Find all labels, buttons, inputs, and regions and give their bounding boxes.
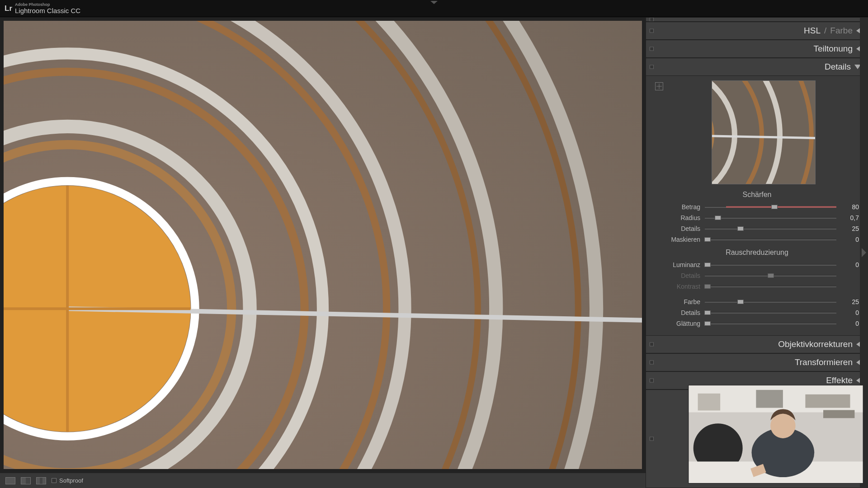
panel-header-details[interactable]: Details <box>646 58 868 76</box>
slider-smooth-label: Glättung <box>655 320 700 327</box>
softproof-toggle[interactable]: Softproof <box>52 477 83 484</box>
details-panel: Schärfen Betrag 80 Radius 0,7 D <box>646 76 868 335</box>
svg-rect-28 <box>805 394 850 408</box>
sharpen-title: Schärfen <box>655 191 859 199</box>
panel-title-transform: Transformieren <box>795 357 853 367</box>
detail-preview[interactable] <box>712 80 816 184</box>
slider-amount-track[interactable] <box>705 204 836 210</box>
slider-color-details-label: Details <box>655 309 700 316</box>
softproof-checkbox[interactable] <box>52 478 57 483</box>
svg-rect-29 <box>823 410 854 418</box>
slider-lum-details-label: Details <box>655 272 700 279</box>
slider-color-details-track[interactable] <box>705 310 836 316</box>
slider-lum-details-track <box>705 272 836 279</box>
slider-amount-label: Betrag <box>655 203 700 211</box>
slider-lum-contrast-label: Kontrast <box>655 283 700 290</box>
softproof-label: Softproof <box>59 477 83 484</box>
slider-mask-track[interactable] <box>705 236 836 243</box>
panel-title-lens: Objektivkorrekturen <box>778 339 853 349</box>
slider-amount-value[interactable]: 80 <box>841 203 859 211</box>
slider-mask: Maskieren 0 <box>655 234 859 245</box>
logo-short: Lr <box>5 4 12 13</box>
slider-luminance-track[interactable] <box>705 262 836 268</box>
slider-mask-value[interactable]: 0 <box>841 236 859 243</box>
slider-detail: Details 25 <box>655 223 859 234</box>
slider-lum-contrast: Kontrast <box>655 281 859 292</box>
slider-color-label: Farbe <box>655 298 700 305</box>
detail-target-icon[interactable] <box>655 82 663 90</box>
panel-title-hsl-sep: / <box>824 26 826 36</box>
panel-title-effects: Effekte <box>826 375 853 385</box>
slider-color-value[interactable]: 25 <box>841 298 859 305</box>
slider-radius-track[interactable] <box>705 215 836 221</box>
view-mode-survey-icon[interactable] <box>36 477 46 484</box>
slider-color-details-value[interactable]: 0 <box>841 309 859 316</box>
panel-toggle-dot[interactable] <box>650 47 654 51</box>
panel-header-hsl[interactable]: HSL / Farbe <box>646 22 868 40</box>
panel-toggle-dot[interactable] <box>650 437 654 441</box>
slider-detail-track[interactable] <box>705 225 836 232</box>
bottom-toolbar: Softproof <box>0 473 646 488</box>
slider-smooth-track[interactable] <box>705 320 836 327</box>
slider-radius-label: Radius <box>655 214 700 221</box>
panel-toggle-dot[interactable] <box>650 343 654 347</box>
panel-title-details: Details <box>825 62 851 72</box>
panel-toggle-dot[interactable] <box>650 18 654 22</box>
slider-luminance-value[interactable]: 0 <box>841 261 859 268</box>
logo-sub: Adobe Photoshop <box>15 3 80 7</box>
view-mode-single-icon[interactable] <box>5 477 15 484</box>
panel-header-split[interactable]: Teiltonung <box>646 40 868 58</box>
noise-title: Rauschreduzierung <box>655 249 859 257</box>
svg-rect-26 <box>698 394 721 411</box>
slider-luminance: Luminanz 0 <box>655 259 859 270</box>
slider-detail-value[interactable]: 25 <box>841 225 859 232</box>
slider-mask-label: Maskieren <box>655 236 700 243</box>
panel-title-hsl: HSL <box>804 26 821 36</box>
panel-toggle-dot[interactable] <box>650 65 654 69</box>
svg-rect-27 <box>756 390 783 408</box>
panel-title-split: Teiltonung <box>813 44 853 54</box>
slider-smooth: Glättung 0 <box>655 318 859 329</box>
panel-toggle-dot[interactable] <box>650 379 654 383</box>
slider-color-details: Details 0 <box>655 307 859 318</box>
logo-main: Lightroom Classic CC <box>15 7 80 14</box>
chevron-right-icon <box>862 248 866 257</box>
image-viewport[interactable] <box>4 21 642 469</box>
slider-smooth-value[interactable]: 0 <box>841 320 859 327</box>
panel-title-hsl-sub: Farbe <box>830 26 853 36</box>
app-logo: Lr Adobe Photoshop Lightroom Classic CC <box>5 3 80 14</box>
slider-lum-contrast-track <box>705 283 836 290</box>
top-grip[interactable] <box>430 1 438 4</box>
panel-header-transform[interactable]: Transformieren <box>646 353 868 371</box>
slider-detail-label: Details <box>655 225 700 232</box>
panel-toggle-dot[interactable] <box>650 361 654 365</box>
slider-lum-details: Details <box>655 270 859 281</box>
panel-header-curve[interactable] <box>646 17 868 22</box>
panel-header-lens[interactable]: Objektivkorrekturen <box>646 335 868 353</box>
webcam-overlay <box>688 385 863 483</box>
slider-color: Farbe 25 <box>655 296 859 307</box>
svg-point-33 <box>770 413 795 438</box>
panel-toggle-dot[interactable] <box>650 29 654 33</box>
slider-luminance-label: Luminanz <box>655 261 700 268</box>
slider-radius-value[interactable]: 0,7 <box>841 214 859 221</box>
view-mode-compare-icon[interactable] <box>21 477 31 484</box>
slider-color-track[interactable] <box>705 299 836 305</box>
slider-radius: Radius 0,7 <box>655 212 859 223</box>
slider-amount: Betrag 80 <box>655 202 859 212</box>
